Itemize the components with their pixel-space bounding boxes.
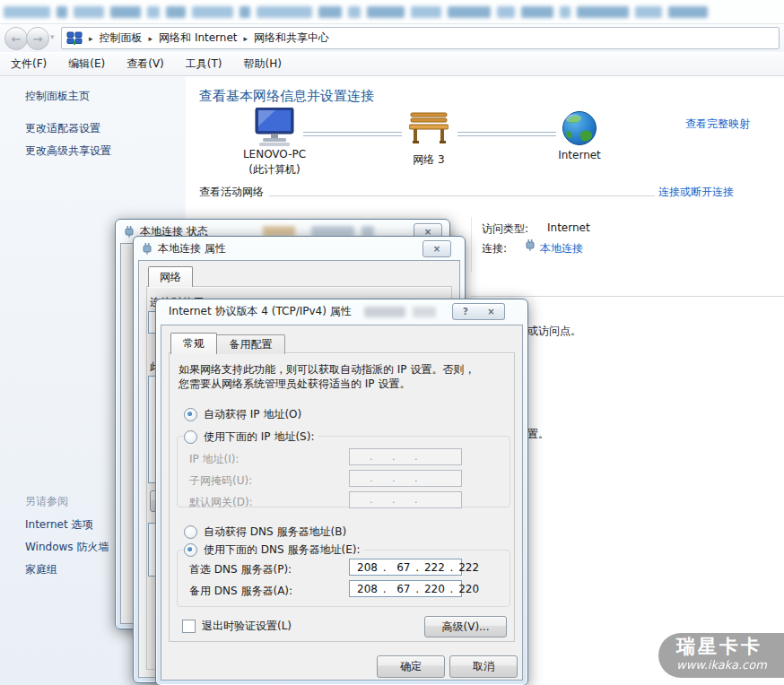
radio-use-following-dns[interactable]: 使用下面的 DNS 服务器地址(E):	[184, 542, 364, 558]
map-connector-line	[457, 132, 556, 136]
sidebar-item-change-adapter-settings[interactable]: 更改适配器设置	[25, 121, 100, 136]
watermark-site: www.ikaka.com	[676, 658, 784, 672]
help-button[interactable]: ?	[452, 303, 479, 320]
tab-page: 如果网络支持此功能，则可以获取自动指派的 IP 设置。否则， 您需要从网络系统管…	[169, 352, 515, 642]
sidebar-item-control-panel-home[interactable]: 控制面板主页	[25, 89, 90, 104]
tcpipv4-properties-dialog: Internet 协议版本 4 (TCP/IPv4) 属性 ? × 常规 备用配…	[155, 299, 528, 685]
close-button[interactable]: ×	[422, 240, 451, 257]
validate-settings-checkbox[interactable]: 退出时验证设置(L)	[182, 619, 292, 634]
radio-label: 自动获得 IP 地址(O)	[204, 407, 301, 422]
connection-label: 连接:	[482, 241, 507, 256]
sidebar-item-internet-options[interactable]: Internet 选项	[25, 517, 92, 533]
breadcrumb-item-network-internet[interactable]: 网络和 Internet	[159, 30, 237, 46]
radio-selected-icon	[184, 543, 197, 557]
address-bar-row: ← → ▾ ▸ 控制面板 ▸ 网络和 Internet ▸ 网络和共享中心	[0, 23, 784, 52]
map-node-internet-label: Internet	[544, 149, 615, 161]
internet-globe-icon[interactable]	[562, 109, 597, 147]
dialog-title: 本地连接 属性	[158, 241, 226, 256]
map-node-computer-label: LENOVO-PC	[221, 148, 328, 160]
breadcrumb-item-network-sharing-center[interactable]: 网络和共享中心	[254, 30, 329, 46]
sidebar-item-windows-firewall[interactable]: Windows 防火墙	[25, 540, 109, 555]
radio-label: 自动获得 DNS 服务器地址(B)	[204, 525, 346, 540]
map-node-network-label: 网络 3	[393, 152, 465, 168]
occluded-text-fragment: 置。	[527, 427, 549, 442]
connection-icon	[142, 242, 152, 256]
connect-disconnect-link[interactable]: 连接或断开连接	[658, 185, 734, 200]
breadcrumb-item-control-panel[interactable]: 控制面板	[100, 30, 143, 46]
subnet-mask-label: 子网掩码(U):	[189, 473, 252, 489]
tab-label: 备用配置	[230, 337, 273, 352]
radio-obtain-dns-auto[interactable]: 自动获得 DNS 服务器地址(B)	[184, 525, 346, 540]
see-full-map-link[interactable]: 查看完整映射	[685, 117, 750, 132]
occluded-text-fragment: 或访问点。	[527, 324, 581, 339]
access-type-label: 访问类型:	[482, 221, 528, 237]
network-places-icon	[66, 31, 83, 45]
field-value: . . .	[370, 451, 417, 463]
section-divider	[269, 195, 655, 196]
breadcrumb-arrow-icon: ▸	[89, 34, 93, 43]
checkbox-unchecked-icon	[182, 620, 196, 633]
see-also-header: 另请参阅	[25, 494, 68, 509]
button-label: 确定	[400, 659, 422, 674]
connection-icon	[525, 238, 536, 252]
section-divider	[471, 296, 784, 297]
radio-selected-icon	[184, 408, 197, 421]
network-bench-icon[interactable]	[409, 111, 449, 145]
checkbox-label: 退出时验证设置(L)	[202, 619, 292, 634]
field-value: . . .	[370, 494, 417, 506]
radio-icon	[184, 430, 197, 444]
close-button[interactable]: ×	[478, 303, 505, 320]
menu-help[interactable]: 帮助(H)	[244, 56, 282, 72]
preferred-dns-field[interactable]: 208 . 67 . 222 . 222	[349, 559, 462, 576]
menu-file[interactable]: 文件(F)	[11, 56, 47, 72]
forward-button[interactable]: →	[26, 27, 49, 50]
close-icon: ×	[487, 307, 494, 316]
menu-edit[interactable]: 编辑(E)	[68, 56, 105, 72]
sidebar-item-change-advanced-sharing[interactable]: 更改高级共享设置	[25, 143, 111, 159]
dialog-titlebar[interactable]: 本地连接 属性	[134, 237, 465, 260]
radio-use-following-ip[interactable]: 使用下面的 IP 地址(S):	[184, 429, 318, 445]
dialog-body: 常规 备用配置 如果网络支持此功能，则可以获取自动指派的 IP 设置。否则， 您…	[161, 325, 523, 681]
alternate-dns-field[interactable]: 208 . 67 . 220 . 220	[349, 580, 462, 597]
recent-pages-dropdown[interactable]: ▾	[50, 32, 55, 41]
radio-label: 使用下面的 DNS 服务器地址(E):	[204, 542, 360, 558]
ok-button[interactable]: 确定	[377, 655, 445, 678]
default-gateway-label: 默认网关(D):	[189, 495, 253, 510]
dialog-title: Internet 协议版本 4 (TCP/IPv4) 属性	[169, 304, 352, 319]
watermark: 瑞星卡卡 www.ikaka.com	[658, 633, 784, 678]
forward-icon: →	[33, 32, 43, 46]
button-label: 高级(V)...	[441, 620, 489, 635]
advanced-button[interactable]: 高级(V)...	[424, 616, 507, 637]
details-divider	[471, 217, 472, 273]
tab-network[interactable]: 网络	[148, 266, 193, 287]
alternate-dns-label: 备用 DNS 服务器(A):	[189, 584, 292, 599]
tab-alternate-config[interactable]: 备用配置	[216, 334, 285, 354]
redacted-text-blur	[4, 6, 708, 19]
tab-general[interactable]: 常规	[170, 333, 217, 354]
subnet-mask-field: . . .	[349, 470, 462, 487]
radio-obtain-ip-auto[interactable]: 自动获得 IP 地址(O)	[184, 407, 301, 422]
intro-line-1: 如果网络支持此功能，则可以获取自动指派的 IP 设置。否则，	[179, 362, 475, 377]
sidebar-item-homegroup[interactable]: 家庭组	[25, 562, 57, 577]
tab-label: 常规	[183, 336, 205, 351]
default-gateway-field: . . .	[349, 491, 462, 508]
back-icon: ←	[12, 32, 22, 46]
breadcrumb-arrow-icon: ▸	[149, 34, 153, 43]
local-connection-link[interactable]: 本地连接	[540, 241, 583, 256]
ip-address-label: IP 地址(I):	[189, 452, 240, 467]
cancel-button[interactable]: 取消	[449, 655, 518, 678]
back-button[interactable]: ←	[4, 27, 28, 50]
field-value: . . .	[370, 473, 417, 484]
menu-tools[interactable]: 工具(T)	[186, 56, 222, 72]
redacted-title-blur	[364, 307, 405, 317]
access-type-value: Internet	[547, 221, 590, 234]
radio-icon	[184, 525, 197, 539]
intro-line-2: 您需要从网络系统管理员处获得适当的 IP 设置。	[179, 377, 410, 392]
field-value: 208 . 67 . 220 . 220	[357, 583, 479, 595]
breadcrumb[interactable]: ▸ 控制面板 ▸ 网络和 Internet ▸ 网络和共享中心	[61, 27, 780, 49]
computer-icon[interactable]	[250, 108, 299, 147]
watermark-brand: 瑞星卡卡	[676, 635, 784, 658]
map-connector-line	[303, 132, 402, 136]
close-icon: ×	[433, 244, 440, 254]
menu-view[interactable]: 查看(V)	[126, 56, 164, 72]
